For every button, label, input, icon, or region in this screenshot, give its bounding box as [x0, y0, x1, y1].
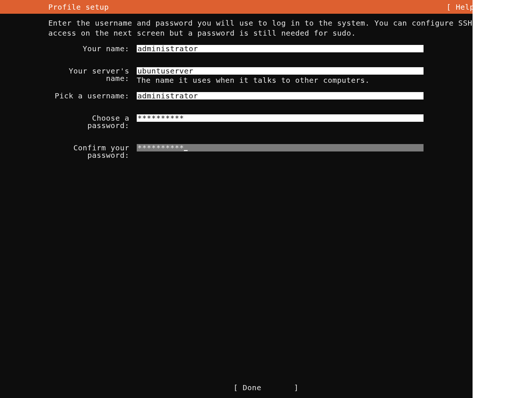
name-input[interactable]: administrator: [137, 45, 424, 52]
row-password: Choose a password: **********: [48, 114, 484, 129]
page-title: Profile setup: [48, 3, 109, 12]
row-server-name: Your server's name: ubuntuserver The nam…: [48, 67, 484, 85]
confirm-password-input[interactable]: **********: [137, 144, 424, 151]
password-input[interactable]: **********: [137, 114, 424, 122]
label-password: Choose a password:: [48, 114, 137, 129]
row-your-name: Your name: administrator: [48, 45, 484, 52]
text-cursor: [184, 150, 188, 151]
label-server-name: Your server's name:: [48, 67, 137, 82]
label-username: Pick a username:: [48, 92, 137, 100]
label-your-name: Your name:: [48, 45, 137, 52]
done-button[interactable]: [ Done ]: [233, 383, 299, 392]
username-input[interactable]: administrator: [137, 92, 424, 100]
server-name-hint: The name it uses when it talks to other …: [137, 75, 424, 85]
label-confirm-password: Confirm your password:: [48, 144, 137, 159]
row-confirm-password: Confirm your password: **********: [48, 144, 484, 159]
header-bar: Profile setup [ Help ]: [0, 0, 532, 14]
intro-text: Enter the username and password you will…: [48, 18, 484, 38]
server-name-input[interactable]: ubuntuserver: [137, 67, 424, 75]
right-edge-strip: [473, 0, 532, 398]
confirm-password-value: **********: [137, 143, 184, 152]
row-username: Pick a username: administrator: [48, 92, 484, 100]
footer: [ Done ]: [0, 383, 532, 392]
content-area: Enter the username and password you will…: [0, 14, 532, 159]
